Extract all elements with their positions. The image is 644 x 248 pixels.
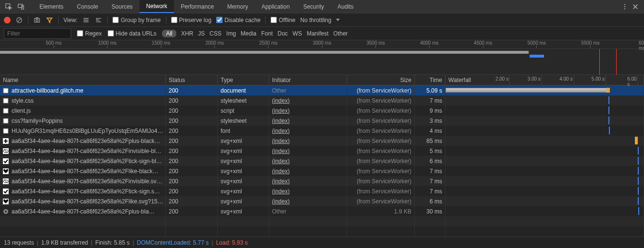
cell-status: 200 xyxy=(166,136,218,146)
view-label: View: xyxy=(63,17,77,24)
request-row[interactable]: aa6a5f34-4aee-4eae-807f-ca86f623e58a%2Fp… xyxy=(0,136,644,146)
timeline-tick: 4500 ms xyxy=(474,40,492,48)
col-time[interactable]: Time xyxy=(415,75,446,85)
col-name[interactable]: Name xyxy=(0,75,166,85)
col-waterfall[interactable]: Waterfall 2.00 s3.00 s4.00 s5.00 s6.00 s xyxy=(446,75,644,85)
overview-icon[interactable] xyxy=(95,16,102,24)
record-button[interactable] xyxy=(4,17,11,24)
request-row[interactable]: attractive-billboard.glitch.me200documen… xyxy=(0,85,644,95)
request-row[interactable]: aa6a5f34-4aee-4eae-807f-ca86f623e58a%2Fi… xyxy=(0,146,644,156)
device-toolbar-icon[interactable] xyxy=(16,2,26,12)
type-filter-xhr[interactable]: XHR xyxy=(181,30,193,37)
initiator-link[interactable]: (index) xyxy=(272,168,290,175)
request-row[interactable]: client.js200script(index)(from ServiceWo… xyxy=(0,106,644,116)
cell-name: aa6a5f34-4aee-4eae-807f-ca86f623e58a%2Fp… xyxy=(0,136,166,146)
cell-size: (from ServiceWorker) xyxy=(347,196,415,206)
initiator-link[interactable]: (index) xyxy=(272,107,290,114)
col-initiator[interactable]: Initiator xyxy=(269,75,347,85)
col-size[interactable]: Size xyxy=(347,75,415,85)
cell-status: 200 xyxy=(166,126,218,136)
type-filter-ws[interactable]: WS xyxy=(293,30,302,37)
tab-memory[interactable]: Memory xyxy=(221,0,255,13)
initiator-link[interactable]: (index) xyxy=(272,128,290,134)
request-row[interactable]: aa6a5f34-4aee-4eae-807f-ca86f623e58a%2Ft… xyxy=(0,156,644,166)
disable-cache-checkbox[interactable]: Disable cache xyxy=(216,17,260,24)
regex-checkbox[interactable]: Regex xyxy=(77,30,102,37)
clear-icon[interactable] xyxy=(15,16,23,24)
svg-rect-15 xyxy=(3,118,8,123)
cell-size: (from ServiceWorker) xyxy=(347,106,415,116)
initiator-link[interactable]: (index) xyxy=(272,158,290,165)
tab-application[interactable]: Application xyxy=(255,0,297,13)
cell-name: client.js xyxy=(0,106,166,116)
cell-type: svg+xml xyxy=(218,176,269,186)
col-status[interactable]: Status xyxy=(166,75,218,85)
cell-size: (from ServiceWorker) xyxy=(347,95,415,106)
timeline-tick: 1000 ms xyxy=(98,40,116,48)
cell-type: svg+xml xyxy=(218,146,269,156)
cell-size: 1.9 KB xyxy=(347,206,415,216)
request-row[interactable]: aa6a5f34-4aee-4eae-807f-ca86f623e58a%2Fi… xyxy=(0,176,644,186)
large-rows-icon[interactable] xyxy=(82,16,90,24)
tab-console[interactable]: Console xyxy=(70,0,105,13)
group-by-frame-checkbox[interactable]: Group by frame xyxy=(112,17,161,24)
type-filter-all[interactable]: All xyxy=(162,30,176,37)
cell-status: 200 xyxy=(166,206,218,216)
request-row[interactable]: aa6a5f34-4aee-4eae-807f-ca86f623e58a%2Fl… xyxy=(0,166,644,176)
tab-security[interactable]: Security xyxy=(297,0,331,13)
preserve-log-checkbox[interactable]: Preserve log xyxy=(171,17,211,24)
type-filter-img[interactable]: Img xyxy=(226,30,236,37)
type-filter-other[interactable]: Other xyxy=(334,30,348,37)
request-row[interactable]: HUuNgGR31mqIHE6zs0BlBgLUuEpTyoUstqEm5AMl… xyxy=(0,126,644,136)
type-filter-manifest[interactable]: Manifest xyxy=(307,30,328,37)
filter-input[interactable] xyxy=(4,28,71,39)
cell-status: 200 xyxy=(166,166,218,176)
tab-sources[interactable]: Sources xyxy=(105,0,139,13)
request-row[interactable]: css?family=Poppins200stylesheet(index)(f… xyxy=(0,116,644,126)
cell-name: aa6a5f34-4aee-4eae-807f-ca86f623e58a%2Ft… xyxy=(0,156,166,166)
initiator-link[interactable]: (index) xyxy=(272,148,290,154)
tab-network[interactable]: Network xyxy=(139,0,174,13)
type-filter-font[interactable]: Font xyxy=(261,30,273,37)
initiator-link[interactable]: (index) xyxy=(272,118,290,124)
tab-elements[interactable]: Elements xyxy=(33,0,70,13)
file-icon xyxy=(3,199,9,204)
file-icon xyxy=(3,168,9,174)
cell-waterfall xyxy=(446,206,644,216)
type-filter-css[interactable]: CSS xyxy=(210,30,222,37)
capture-screenshots-icon[interactable] xyxy=(33,16,41,24)
throttling-select[interactable]: No throttling xyxy=(300,17,340,24)
hide-data-urls-label: Hide data URLs xyxy=(116,30,157,37)
cell-type: svg+xml xyxy=(218,186,269,196)
cell-initiator: (index) xyxy=(269,136,347,146)
initiator-link[interactable]: (index) xyxy=(272,188,290,195)
initiator-link[interactable]: (index) xyxy=(272,138,290,144)
request-row[interactable]: aa6a5f34-4aee-4eae-807f-ca86f623e58a%2Fl… xyxy=(0,196,644,206)
svg-point-8 xyxy=(36,19,38,21)
request-row[interactable]: style.css200stylesheet(index)(from Servi… xyxy=(0,95,644,106)
request-row[interactable]: aa6a5f34-4aee-4eae-807f-ca86f623e58a%2Ft… xyxy=(0,186,644,196)
cell-status: 200 xyxy=(166,116,218,126)
tab-audits[interactable]: Audits xyxy=(331,0,360,13)
filter-icon[interactable] xyxy=(46,16,53,24)
cell-size: (from ServiceWorker) xyxy=(347,146,415,156)
initiator-link[interactable]: (index) xyxy=(272,97,290,104)
inspect-element-icon[interactable] xyxy=(4,2,13,12)
offline-checkbox[interactable]: Offline xyxy=(271,17,295,24)
more-icon[interactable] xyxy=(620,2,630,12)
cell-size: (from ServiceWorker) xyxy=(347,166,415,176)
initiator-link[interactable]: (index) xyxy=(272,198,290,205)
request-row[interactable]: aa6a5f34-4aee-4eae-807f-ca86f623e58a%2Fp… xyxy=(0,206,644,216)
initiator-link[interactable]: (index) xyxy=(272,178,290,185)
col-type[interactable]: Type xyxy=(218,75,269,85)
type-filter-js[interactable]: JS xyxy=(198,30,205,37)
tab-performance[interactable]: Performance xyxy=(174,0,221,13)
cell-time: 6 ms xyxy=(415,196,446,206)
type-filter-doc[interactable]: Doc xyxy=(278,30,288,37)
close-icon[interactable] xyxy=(631,2,640,12)
type-filter-media[interactable]: Media xyxy=(241,30,257,37)
cell-initiator: (index) xyxy=(269,116,347,126)
hide-data-urls-checkbox[interactable]: Hide data URLs xyxy=(108,30,157,37)
empty-row xyxy=(0,226,644,236)
overview-timeline[interactable]: 500 ms1000 ms1500 ms2000 ms2500 ms3000 m… xyxy=(0,40,644,75)
